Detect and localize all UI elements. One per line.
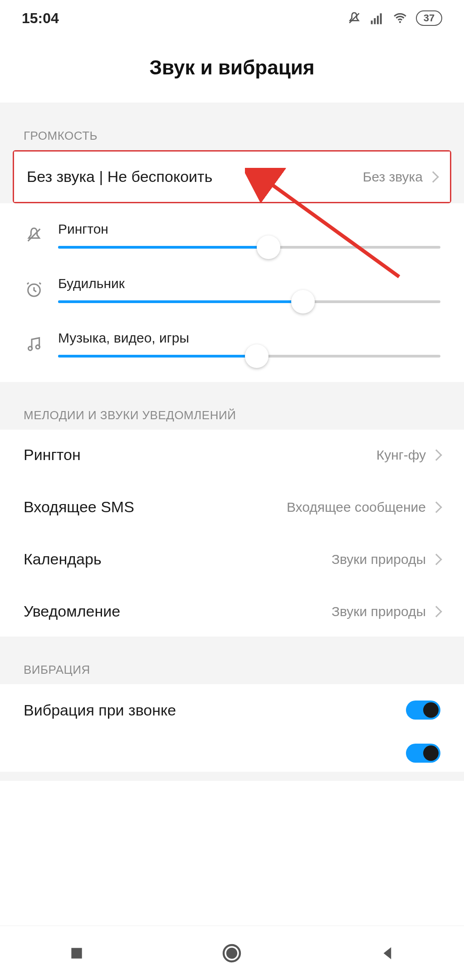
chevron-right-icon xyxy=(430,606,442,617)
row-ringtone[interactable]: Рингтон Кунг-фу xyxy=(0,430,464,480)
svg-point-8 xyxy=(29,347,32,350)
row-calendar-label: Календарь xyxy=(24,550,102,568)
slider-ringtone[interactable]: Рингтон xyxy=(0,208,464,262)
slider-media-label: Музыка, видео, игры xyxy=(58,330,440,346)
row-vibrate-on-call[interactable]: Вибрация при звонке xyxy=(0,684,464,736)
section-label-sounds: МЕЛОДИИ И ЗВУКИ УВЕДОМЛЕНИЙ xyxy=(0,382,464,430)
svg-line-6 xyxy=(28,229,40,241)
row-ringtone-value: Кунг-фу xyxy=(376,447,426,463)
row-silent-dnd-value: Без звука xyxy=(363,169,423,185)
row-vibrate-on-call-label: Вибрация при звонке xyxy=(24,701,176,719)
svg-rect-3 xyxy=(377,16,379,24)
row-cutoff: x xyxy=(0,736,464,772)
slider-ringtone-track[interactable] xyxy=(58,246,440,249)
svg-rect-11 xyxy=(71,948,82,958)
status-time: 15:04 xyxy=(22,10,59,27)
toggle-knob xyxy=(423,745,439,761)
page-header: Звук и вибрация xyxy=(0,36,464,103)
slider-alarm[interactable]: Будильник xyxy=(0,262,464,317)
battery-icon: 37 xyxy=(416,10,442,26)
slider-alarm-thumb[interactable] xyxy=(291,290,315,314)
settings-content: ГРОМКОСТЬ Без звука | Не беспокоить Без … xyxy=(0,103,464,781)
section-label-vibration: ВИБРАЦИЯ xyxy=(0,637,464,684)
highlight-annotation: Без звука | Не беспокоить Без звука xyxy=(13,150,451,203)
slider-alarm-fill xyxy=(58,300,303,303)
slider-media-track[interactable] xyxy=(58,355,440,358)
svg-point-9 xyxy=(36,345,39,349)
clock-icon xyxy=(24,280,44,299)
svg-line-0 xyxy=(349,13,359,23)
chevron-right-icon xyxy=(430,554,442,565)
slider-media-fill xyxy=(58,355,257,358)
slider-ringtone-fill xyxy=(58,246,269,249)
row-silent-dnd-label: Без звука | Не беспокоить xyxy=(27,168,212,186)
row-notification-label: Уведомление xyxy=(24,603,120,620)
slider-alarm-track[interactable] xyxy=(58,300,440,303)
android-nav-bar xyxy=(0,926,464,980)
row-sms-value: Входящее сообщение xyxy=(287,500,426,515)
nav-home-button[interactable] xyxy=(221,942,243,964)
chevron-right-icon xyxy=(430,501,442,513)
row-sms-label: Входящее SMS xyxy=(24,498,134,516)
nav-recent-button[interactable] xyxy=(68,944,86,962)
toggle-partial[interactable] xyxy=(406,744,440,763)
svg-point-13 xyxy=(227,949,236,958)
slider-media-thumb[interactable] xyxy=(245,344,269,368)
signal-icon xyxy=(370,11,384,25)
row-calendar[interactable]: Календарь Звуки природы xyxy=(0,534,464,584)
row-silent-dnd[interactable]: Без звука | Не беспокоить Без звука xyxy=(14,152,450,202)
row-ringtone-label: Рингтон xyxy=(24,446,81,464)
slider-media[interactable]: Музыка, видео, игры xyxy=(0,317,464,371)
row-notification-value: Звуки природы xyxy=(332,604,426,619)
slider-ringtone-thumb[interactable] xyxy=(257,235,280,259)
svg-rect-1 xyxy=(371,20,373,24)
music-note-icon xyxy=(24,335,44,353)
row-notification[interactable]: Уведомление Звуки природы xyxy=(0,586,464,637)
nav-back-button[interactable] xyxy=(378,944,396,962)
slider-ringtone-label: Рингтон xyxy=(58,221,440,237)
section-label-volume: ГРОМКОСТЬ xyxy=(0,103,464,150)
toggle-knob xyxy=(423,702,439,718)
bell-off-icon xyxy=(24,226,44,244)
chevron-right-icon xyxy=(430,449,442,461)
wifi-icon xyxy=(392,10,408,26)
slider-alarm-label: Будильник xyxy=(58,276,440,291)
svg-point-5 xyxy=(399,21,401,23)
svg-rect-2 xyxy=(374,18,376,24)
row-calendar-value: Звуки природы xyxy=(332,552,426,567)
page-title: Звук и вибрация xyxy=(0,56,464,79)
chevron-right-icon xyxy=(427,171,439,182)
mute-icon xyxy=(347,11,361,25)
toggle-vibrate-on-call[interactable] xyxy=(406,701,440,720)
status-icons: 37 xyxy=(347,10,442,26)
svg-rect-4 xyxy=(380,13,382,24)
status-bar: 15:04 37 xyxy=(0,0,464,36)
row-sms[interactable]: Входящее SMS Входящее сообщение xyxy=(0,482,464,532)
